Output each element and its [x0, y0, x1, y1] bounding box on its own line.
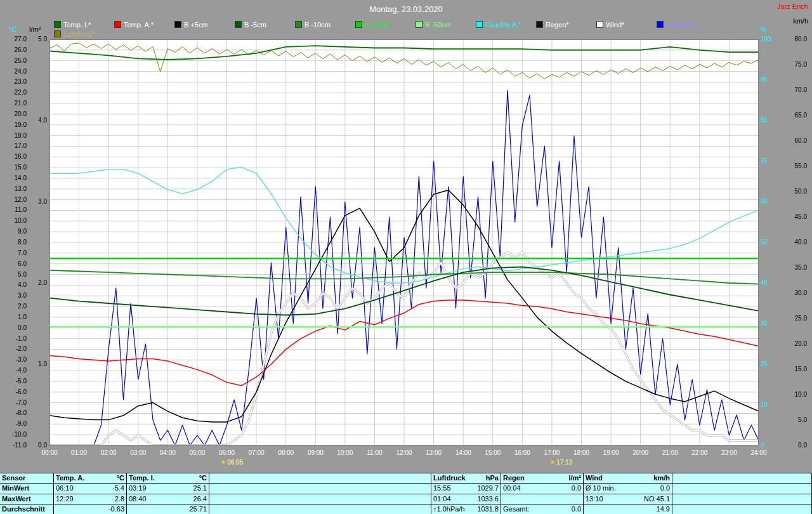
legend-row-1: Temp. I.*Temp. A.*B +5cmB -5cmB -10cmB -… — [54, 20, 812, 29]
y-axis-label-wind: 55.0 — [780, 162, 807, 170]
x-axis-label: 19:00 — [598, 449, 624, 456]
table-empty-cell — [209, 504, 431, 514]
legend-item-b-50cm: B -50cm — [416, 20, 476, 29]
y-axis-label-temp: -5.0 — [0, 378, 27, 385]
sunset-icon: ☀ — [549, 459, 555, 466]
table-empty-cell — [209, 494, 431, 504]
rain-axis-title: l/m² — [29, 25, 41, 33]
y-axis-label-temp: 5.0 — [0, 271, 27, 279]
table-value: 0.0 — [543, 504, 584, 514]
humidity-axis-title: % — [761, 25, 767, 33]
legend-item-label: Temp. I.* — [63, 21, 91, 29]
y-axis-label-humidity: 100 — [761, 36, 777, 43]
x-axis-label: 22:00 — [687, 449, 712, 456]
legend-item-b-5cm: B +5cm — [174, 20, 235, 29]
y-axis-label-temp: 16.0 — [0, 153, 27, 161]
legend-item-luftdruck-: Luftdruck* — [54, 29, 114, 39]
table-value-time — [501, 494, 543, 504]
table-row-label: MinWert — [0, 484, 54, 494]
legend-swatch-icon — [416, 21, 422, 28]
legend-item-regen-: Regen* — [536, 20, 596, 29]
table-value: 26.4 — [168, 494, 209, 504]
y-axis-label-temp: -7.0 — [0, 399, 27, 407]
y-axis-label-temp: -11.0 — [0, 442, 27, 449]
legend-item-b-5cm: B -5cm — [235, 20, 295, 29]
table-value-time — [584, 504, 629, 514]
table-empty-cell — [209, 484, 431, 494]
y-axis-label-temp: 23.0 — [0, 78, 27, 86]
table-sensor-name: Wind — [584, 473, 629, 484]
legend-item-label: B -20cm — [365, 21, 391, 29]
y-axis-label-humidity: 30 — [761, 320, 777, 327]
y-axis-label-temp: 27.0 — [0, 36, 27, 43]
x-axis-label: 09:00 — [303, 449, 328, 456]
y-axis-label-temp: 18.0 — [0, 132, 27, 140]
table-value: 1033.6 — [468, 494, 501, 504]
table-value: 0.0 — [629, 484, 672, 494]
y-axis-label-wind: 45.0 — [780, 213, 807, 221]
y-axis-label-temp: 24.0 — [0, 68, 27, 76]
table-value-time: 12:29 — [54, 494, 93, 504]
x-axis-label: 23:00 — [716, 449, 742, 456]
y-axis-label-wind: 5.0 — [780, 416, 807, 424]
table-sensor-name: Regen — [501, 473, 543, 484]
x-axis-label: 10:00 — [332, 449, 358, 456]
y-axis-label-temp: 22.0 — [0, 89, 27, 96]
y-axis-label-temp: 10.0 — [0, 217, 27, 225]
x-axis-label: 24:00 — [746, 449, 771, 456]
y-axis-label-temp: 21.0 — [0, 100, 27, 107]
table-sensor-unit: °C — [93, 473, 127, 484]
legend-row-2: Luftdruck* — [54, 29, 812, 39]
x-axis-label: 20:00 — [628, 449, 653, 456]
y-axis-label-humidity: 20 — [761, 360, 777, 368]
legend-swatch-icon — [54, 30, 61, 37]
y-axis-label-temp: 8.0 — [0, 239, 27, 246]
y-axis-label-wind: 0.0 — [780, 442, 807, 449]
x-axis-label: 00:00 — [37, 449, 62, 456]
x-axis-label: 06:00 — [214, 449, 240, 456]
y-axis-label-humidity: 10 — [761, 401, 777, 409]
legend-swatch-icon — [355, 21, 362, 28]
y-axis-label-rain: 1.0 — [28, 360, 47, 368]
x-axis-label: 16:00 — [509, 449, 535, 456]
y-axis-label-wind: 25.0 — [780, 315, 807, 322]
y-axis-label-wind: 75.0 — [780, 61, 807, 69]
y-axis-label-humidity: 0 — [761, 442, 777, 449]
legend-swatch-icon — [174, 21, 181, 28]
table-value-time: 00:04 — [501, 484, 543, 494]
legend-item-windb-en: Windböen — [657, 20, 717, 29]
legend-item-b-20cm: B -20cm — [355, 20, 416, 29]
table-empty-cell — [672, 494, 812, 504]
table-value-time: Ø 10 min. — [584, 484, 629, 494]
y-axis-label-humidity: 60 — [761, 198, 777, 206]
table-value-time — [127, 504, 168, 514]
legend-item-label: B -10cm — [304, 21, 331, 29]
legend-swatch-icon — [295, 21, 302, 28]
summary-table: SensorTemp. A.°CTemp. I.°CLuftdruckhPaRe… — [0, 473, 812, 514]
y-axis-label-humidity: 90 — [761, 76, 777, 84]
legend-swatch-icon — [235, 21, 242, 28]
legend-item-label: Feuchte A.* — [485, 21, 521, 29]
table-value-time: 03:19 — [127, 484, 168, 494]
table-value-time: 01:04 — [431, 494, 468, 504]
x-axis-label: 04:00 — [155, 449, 180, 456]
legend: Temp. I.*Temp. A.*B +5cmB -5cmB -10cmB -… — [0, 20, 812, 39]
x-axis-label: 15:00 — [480, 449, 506, 456]
legend-item-label: Temp. A.* — [124, 21, 154, 29]
table-value: 1029.7 — [468, 484, 501, 494]
table-sensor-unit: °C — [168, 473, 209, 484]
x-axis-label: 08:00 — [273, 449, 299, 456]
legend-item-feuchte-a-: Feuchte A.* — [476, 20, 536, 29]
temp-axis-title: °C — [9, 25, 16, 33]
y-axis-label-rain: 0.0 — [28, 442, 47, 449]
legend-item-label: B -50cm — [425, 21, 451, 29]
y-axis-label-wind: 35.0 — [780, 264, 807, 272]
y-axis-label-humidity: 80 — [761, 117, 777, 124]
title-bar: Montag, 23.03.2020 Jarz Erich — [0, 0, 812, 18]
table-value-time: 08:40 — [127, 494, 168, 504]
y-axis-label-temp: 11.0 — [0, 206, 27, 214]
table-value: 14.9 — [629, 504, 672, 514]
y-axis-label-temp: 20.0 — [0, 110, 27, 118]
legend-swatch-icon — [657, 21, 664, 28]
y-axis-label-temp: 15.0 — [0, 164, 27, 171]
